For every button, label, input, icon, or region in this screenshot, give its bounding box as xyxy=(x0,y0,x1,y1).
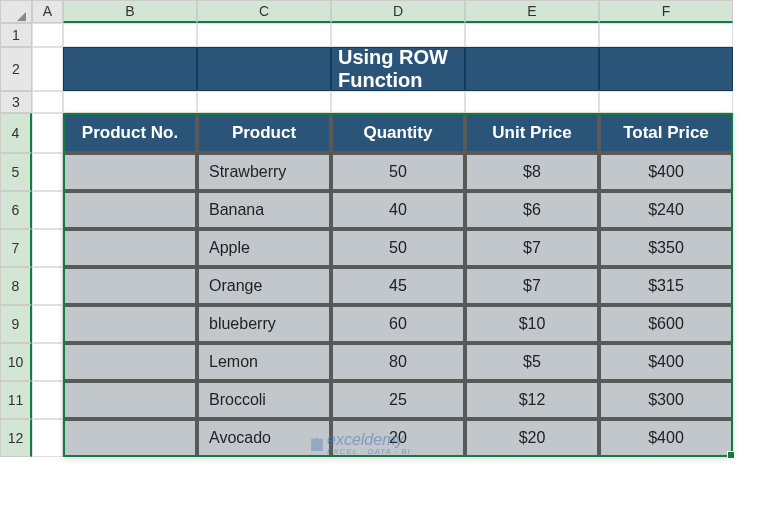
cell-product-5[interactable]: Strawberry xyxy=(197,153,331,191)
cell-total-price-6[interactable]: $240 xyxy=(599,191,733,229)
cell-unit-price-9[interactable]: $10 xyxy=(465,305,599,343)
cell-C2[interactable] xyxy=(197,47,331,91)
cell-product-no-7[interactable] xyxy=(63,229,197,267)
cell-A12[interactable] xyxy=(32,419,63,457)
cell-unit-price-11[interactable]: $12 xyxy=(465,381,599,419)
col-header-C[interactable]: C xyxy=(197,0,331,23)
cell-quantity-9[interactable]: 60 xyxy=(331,305,465,343)
cell-A3[interactable] xyxy=(32,91,63,113)
cell-quantity-11[interactable]: 25 xyxy=(331,381,465,419)
col-header-A[interactable]: A xyxy=(32,0,63,23)
cell-E2[interactable] xyxy=(465,47,599,91)
cell-total-price-9[interactable]: $600 xyxy=(599,305,733,343)
header-product-no[interactable]: Product No. xyxy=(63,113,197,153)
cell-C1[interactable] xyxy=(197,23,331,47)
cell-A7[interactable] xyxy=(32,229,63,267)
header-unit-price[interactable]: Unit Price xyxy=(465,113,599,153)
cell-A10[interactable] xyxy=(32,343,63,381)
col-header-B[interactable]: B xyxy=(63,0,197,23)
cell-quantity-6[interactable]: 40 xyxy=(331,191,465,229)
cell-product-7[interactable]: Apple xyxy=(197,229,331,267)
cell-E3[interactable] xyxy=(465,91,599,113)
cell-product-no-9[interactable] xyxy=(63,305,197,343)
cell-quantity-7[interactable]: 50 xyxy=(331,229,465,267)
cell-A6[interactable] xyxy=(32,191,63,229)
cell-F3[interactable] xyxy=(599,91,733,113)
cell-product-no-11[interactable] xyxy=(63,381,197,419)
cell-quantity-8[interactable]: 45 xyxy=(331,267,465,305)
spreadsheet-grid: A B C D E F 1 2 Using ROW Function 3 4 P… xyxy=(0,0,767,457)
cell-product-10[interactable]: Lemon xyxy=(197,343,331,381)
cell-D3[interactable] xyxy=(331,91,465,113)
cell-total-price-12[interactable]: $400 xyxy=(599,419,733,457)
row-header-11[interactable]: 11 xyxy=(0,381,32,419)
row-header-6[interactable]: 6 xyxy=(0,191,32,229)
row-header-10[interactable]: 10 xyxy=(0,343,32,381)
cell-product-8[interactable]: Orange xyxy=(197,267,331,305)
cell-product-12[interactable]: Avocado xyxy=(197,419,331,457)
cell-product-no-12[interactable] xyxy=(63,419,197,457)
cell-total-price-8[interactable]: $315 xyxy=(599,267,733,305)
cell-quantity-5[interactable]: 50 xyxy=(331,153,465,191)
cell-product-6[interactable]: Banana xyxy=(197,191,331,229)
header-total-price[interactable]: Total Price xyxy=(599,113,733,153)
cell-C3[interactable] xyxy=(197,91,331,113)
cell-product-no-6[interactable] xyxy=(63,191,197,229)
select-all-corner[interactable] xyxy=(0,0,32,23)
row-header-2[interactable]: 2 xyxy=(0,47,32,91)
cell-F2[interactable] xyxy=(599,47,733,91)
cell-total-price-10[interactable]: $400 xyxy=(599,343,733,381)
header-quantity[interactable]: Quantity xyxy=(331,113,465,153)
cell-unit-price-10[interactable]: $5 xyxy=(465,343,599,381)
cell-total-price-7[interactable]: $350 xyxy=(599,229,733,267)
row-header-5[interactable]: 5 xyxy=(0,153,32,191)
cell-product-no-8[interactable] xyxy=(63,267,197,305)
row-header-1[interactable]: 1 xyxy=(0,23,32,47)
cell-total-price-5[interactable]: $400 xyxy=(599,153,733,191)
cell-B3[interactable] xyxy=(63,91,197,113)
col-header-D[interactable]: D xyxy=(331,0,465,23)
cell-A5[interactable] xyxy=(32,153,63,191)
cell-A2[interactable] xyxy=(32,47,63,91)
col-header-F[interactable]: F xyxy=(599,0,733,23)
row-header-12[interactable]: 12 xyxy=(0,419,32,457)
col-header-E[interactable]: E xyxy=(465,0,599,23)
cell-quantity-10[interactable]: 80 xyxy=(331,343,465,381)
cell-unit-price-6[interactable]: $6 xyxy=(465,191,599,229)
cell-A9[interactable] xyxy=(32,305,63,343)
cell-unit-price-8[interactable]: $7 xyxy=(465,267,599,305)
cell-unit-price-12[interactable]: $20 xyxy=(465,419,599,457)
cell-product-no-10[interactable] xyxy=(63,343,197,381)
title-cell[interactable]: Using ROW Function xyxy=(331,47,465,91)
cell-A11[interactable] xyxy=(32,381,63,419)
cell-D1[interactable] xyxy=(331,23,465,47)
cell-unit-price-7[interactable]: $7 xyxy=(465,229,599,267)
cell-B2[interactable] xyxy=(63,47,197,91)
cell-A8[interactable] xyxy=(32,267,63,305)
cell-unit-price-5[interactable]: $8 xyxy=(465,153,599,191)
cell-quantity-12[interactable]: 20 xyxy=(331,419,465,457)
row-header-4[interactable]: 4 xyxy=(0,113,32,153)
cell-A4[interactable] xyxy=(32,113,63,153)
cell-product-9[interactable]: blueberry xyxy=(197,305,331,343)
row-header-3[interactable]: 3 xyxy=(0,91,32,113)
cell-F1[interactable] xyxy=(599,23,733,47)
cell-product-no-5[interactable] xyxy=(63,153,197,191)
row-header-7[interactable]: 7 xyxy=(0,229,32,267)
cell-total-price-11[interactable]: $300 xyxy=(599,381,733,419)
header-product[interactable]: Product xyxy=(197,113,331,153)
row-header-8[interactable]: 8 xyxy=(0,267,32,305)
row-header-9[interactable]: 9 xyxy=(0,305,32,343)
cell-B1[interactable] xyxy=(63,23,197,47)
cell-product-11[interactable]: Broccoli xyxy=(197,381,331,419)
cell-A1[interactable] xyxy=(32,23,63,47)
cell-E1[interactable] xyxy=(465,23,599,47)
